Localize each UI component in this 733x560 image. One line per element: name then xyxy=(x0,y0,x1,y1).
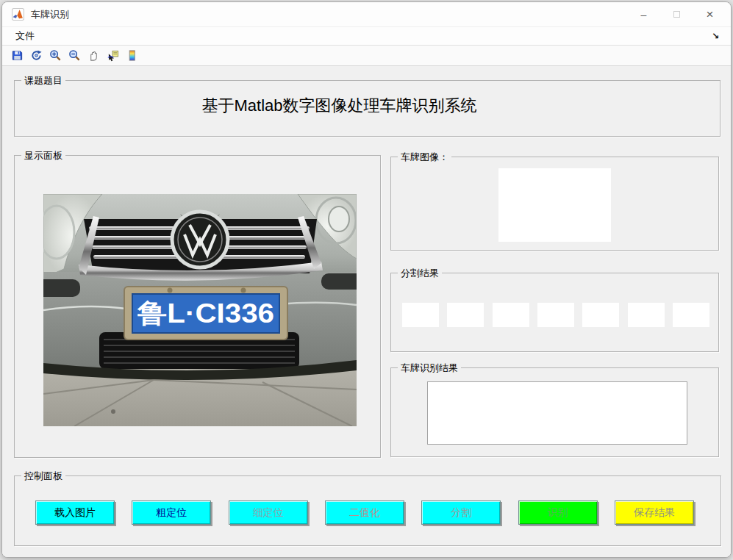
license-plate: 鲁L·CI336 xyxy=(124,287,287,340)
segment-button[interactable]: 分割 xyxy=(421,500,501,525)
data-cursor-icon[interactable] xyxy=(104,48,121,64)
segment-cell xyxy=(582,303,619,327)
segmentation-panel-label: 分割结果 xyxy=(398,267,442,279)
menu-bar: 文件 ↘ xyxy=(2,26,731,46)
plate-image-panel: 车牌图像： xyxy=(390,157,719,251)
recognition-result-panel: 车牌识别结果 xyxy=(390,367,719,457)
control-panel-label: 控制面板 xyxy=(21,470,65,482)
pan-icon[interactable] xyxy=(85,48,101,64)
display-panel: 显示面板 xyxy=(14,155,381,458)
segment-cell xyxy=(402,303,439,327)
segment-cells xyxy=(402,303,709,327)
car-photo: 鲁L·CI336 xyxy=(43,194,357,426)
display-panel-label: 显示面板 xyxy=(21,149,65,162)
recognition-result-field[interactable] xyxy=(427,381,687,445)
segment-cell xyxy=(537,303,574,327)
plate-image-panel-label: 车牌图像： xyxy=(398,151,451,163)
title-bar: 车牌识别 – × xyxy=(2,2,731,26)
menu-file[interactable]: 文件 xyxy=(14,28,36,44)
close-button[interactable]: × xyxy=(693,2,726,26)
toolbar xyxy=(2,46,731,66)
rotate-3d-icon[interactable] xyxy=(28,48,44,64)
maximize-icon xyxy=(673,11,680,18)
vw-logo xyxy=(172,212,228,268)
save-icon[interactable] xyxy=(9,48,25,64)
zoom-out-icon[interactable] xyxy=(66,48,82,64)
topic-panel: 课题题目 基于Matlab数字图像处理车牌识别系统 xyxy=(14,80,721,137)
control-buttons: 载入图片 粗定位 细定位 二值化 分割 识别 保存结果 xyxy=(35,500,694,525)
insert-colorbar-icon[interactable] xyxy=(124,48,140,64)
app-window: 车牌识别 – × 文件 ↘ xyxy=(1,1,732,558)
figure-area: 课题题目 基于Matlab数字图像处理车牌识别系统 显示面板 xyxy=(2,68,731,557)
segmentation-panel: 分割结果 xyxy=(390,273,719,352)
page-title: 基于Matlab数字图像处理车牌识别系统 xyxy=(15,81,664,130)
recognize-button[interactable]: 识别 xyxy=(518,500,598,525)
control-panel: 控制面板 载入图片 粗定位 细定位 二值化 分割 识别 保存结果 xyxy=(14,475,721,546)
minimize-button[interactable]: – xyxy=(627,2,660,26)
window-title: 车牌识别 xyxy=(31,8,69,21)
plate-image-axes xyxy=(498,168,611,242)
segment-cell xyxy=(628,303,665,327)
load-image-button[interactable]: 载入图片 xyxy=(35,500,115,525)
zoom-in-icon[interactable] xyxy=(47,48,63,64)
binarize-button[interactable]: 二值化 xyxy=(325,500,404,525)
fine-locate-button[interactable]: 细定位 xyxy=(229,500,308,525)
segment-cell xyxy=(493,303,529,327)
plate-number: 鲁L·CI336 xyxy=(137,298,274,329)
recognition-result-panel-label: 车牌识别结果 xyxy=(398,362,461,374)
save-result-button[interactable]: 保存结果 xyxy=(615,500,694,525)
dock-figure-icon[interactable]: ↘ xyxy=(712,31,719,41)
coarse-locate-button[interactable]: 粗定位 xyxy=(132,500,211,525)
matlab-icon xyxy=(12,8,24,21)
maximize-button[interactable] xyxy=(660,2,693,26)
window-controls: – × xyxy=(627,2,731,26)
segment-cell xyxy=(447,303,484,327)
segment-cell xyxy=(673,303,709,327)
